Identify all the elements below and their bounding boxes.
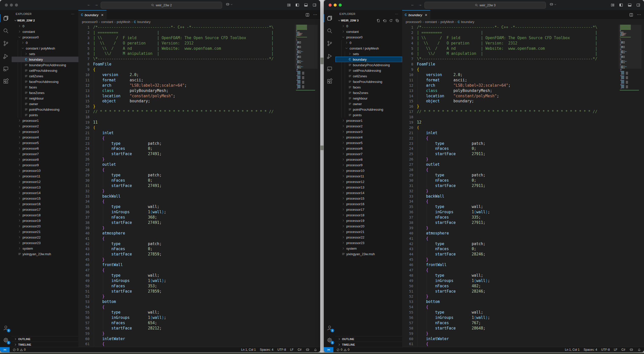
tree-item-processor14[interactable]: processor14	[12, 190, 78, 196]
toggle-primary-sidebar-button[interactable]	[619, 3, 623, 7]
nav-forward-button[interactable]: →	[94, 2, 98, 7]
tree-item-system[interactable]: system	[12, 246, 78, 251]
indentation-setting[interactable]: Spaces: 4	[584, 348, 597, 351]
tree-item-boundary[interactable]: Cboundary	[12, 57, 78, 62]
tree-item-processor20[interactable]: processor20	[335, 223, 402, 229]
workspace-root-row[interactable]: WEIR_23W 3	[335, 18, 402, 23]
tab-boundary[interactable]: Cboundary✕	[78, 10, 106, 19]
minimap[interactable]	[296, 25, 317, 90]
notifications-bell-icon[interactable]	[637, 348, 641, 351]
command-center-search[interactable]: weir_23w 2	[101, 2, 222, 9]
copilot-menu-button[interactable]	[549, 2, 557, 6]
activity-item-account[interactable]: 1	[0, 323, 12, 333]
tree-item-pointprocaddressing[interactable]: pointProcAddressing	[335, 107, 402, 112]
workspace-root-row[interactable]: WEIR_23W 2	[12, 18, 78, 23]
activity-item-extensions[interactable]	[324, 76, 335, 86]
tree-item-boundary[interactable]: Cboundary	[335, 57, 402, 62]
copilot-menu-button[interactable]	[226, 2, 233, 6]
breadcrumb-item[interactable]: polyMesh	[440, 20, 454, 24]
breadcrumb-item[interactable]: boundary	[461, 20, 474, 24]
tree-item-owner[interactable]: owner	[335, 101, 402, 107]
activity-item-extensions[interactable]	[0, 76, 12, 86]
activity-item-remote-explorer[interactable]	[324, 64, 335, 74]
activity-item-run-debug[interactable]	[0, 51, 12, 61]
outline-section-header[interactable]: OUTLINE	[335, 336, 402, 342]
close-button[interactable]	[329, 4, 332, 7]
eol-setting[interactable]: LF	[614, 348, 617, 351]
tree-item-constant[interactable]: constant	[335, 29, 402, 34]
copilot-status-icon[interactable]	[306, 348, 310, 352]
tree-item-processor6[interactable]: processor6	[335, 146, 402, 151]
editor-more-actions-button[interactable]: ···	[637, 12, 641, 17]
file-encoding[interactable]: UTF-8	[601, 348, 610, 351]
breadcrumb-item[interactable]: constant	[425, 20, 437, 24]
tree-item-processor7[interactable]: processor7	[12, 151, 78, 157]
tree-item-processor5[interactable]: processor5	[12, 140, 78, 146]
minimap[interactable]	[620, 25, 640, 90]
toggle-primary-sidebar-button[interactable]	[295, 3, 299, 7]
tree-item-processor4[interactable]: processor4	[12, 134, 78, 140]
toggle-panel-button[interactable]	[628, 3, 632, 7]
tree-item-processor23[interactable]: processor23	[12, 240, 78, 246]
activity-item-source-control[interactable]	[324, 38, 335, 49]
tree-item-processor22[interactable]: processor22	[12, 234, 78, 240]
toggle-panel-button[interactable]	[304, 3, 308, 7]
tree-item-processor19[interactable]: processor19	[335, 218, 402, 223]
tree-item-processor17[interactable]: processor17	[335, 207, 402, 212]
tree-item-processor11[interactable]: processor11	[335, 173, 402, 179]
tree-item-boundaryprocaddressing[interactable]: boundaryProcAddressing	[12, 62, 78, 68]
tree-item-processor19[interactable]: processor19	[12, 218, 78, 223]
collapse-folders-button[interactable]	[395, 19, 399, 22]
file-encoding[interactable]: UTF-8	[277, 348, 286, 351]
toggle-secondary-sidebar-button[interactable]	[636, 3, 640, 7]
zoom-button[interactable]	[15, 4, 18, 7]
tree-item-processor22[interactable]: processor22	[335, 234, 402, 240]
explorer-more-actions-button[interactable]: ···	[71, 12, 74, 15]
tree-item-0[interactable]: 0	[335, 40, 402, 45]
tab-boundary[interactable]: Cboundary✕	[402, 10, 430, 19]
tree-item-system[interactable]: system	[335, 246, 402, 251]
editor-more-actions-button[interactable]: ···	[313, 12, 317, 17]
tree-item-processor2[interactable]: processor2	[335, 123, 402, 129]
cursor-position[interactable]: Ln 1, Col 1	[565, 348, 579, 351]
activity-item-explorer[interactable]	[0, 13, 12, 23]
tree-item-processor7[interactable]: processor7	[335, 151, 402, 157]
tree-item-0[interactable]: 0	[12, 23, 78, 29]
activity-item-account[interactable]: 1	[324, 323, 335, 333]
tree-item-processor1[interactable]: processor1	[335, 118, 402, 123]
tree-item-processor3[interactable]: processor3	[335, 129, 402, 134]
timeline-section-header[interactable]: TIMELINE	[335, 342, 402, 347]
eol-setting[interactable]: LF	[290, 348, 294, 351]
tree-item-processor17[interactable]: processor17	[12, 207, 78, 212]
new-file-button[interactable]	[376, 19, 380, 22]
tree-item-processor15[interactable]: processor15	[12, 196, 78, 201]
tree-item-sets[interactable]: sets	[12, 51, 78, 57]
command-center-search[interactable]: weir_23w 3	[424, 2, 546, 9]
tree-item-faces[interactable]: faces	[335, 84, 402, 90]
customize-layout-button[interactable]	[287, 3, 291, 7]
timeline-section-header[interactable]: TIMELINE	[12, 342, 78, 347]
tree-item-0[interactable]: 0	[12, 40, 78, 45]
tab-close-button[interactable]: ✕	[425, 13, 427, 17]
language-mode[interactable]: C#	[621, 348, 625, 351]
tree-item-faces[interactable]: faces	[12, 84, 78, 90]
split-editor-button[interactable]	[629, 13, 633, 17]
tree-item-processor6[interactable]: processor6	[12, 146, 78, 151]
activity-item-search[interactable]	[324, 26, 335, 36]
tree-item-cellprocaddressing[interactable]: cellProcAddressing	[12, 68, 78, 73]
tree-item-processor15[interactable]: processor15	[335, 196, 402, 201]
language-mode[interactable]: C#	[298, 348, 302, 351]
nav-back-button[interactable]: ←	[87, 2, 91, 7]
tree-item-processor23[interactable]: processor23	[335, 240, 402, 246]
tree-item-processor3[interactable]: processor3	[12, 129, 78, 134]
outline-section-header[interactable]: OUTLINE	[12, 336, 78, 342]
tree-item-points[interactable]: points	[12, 112, 78, 118]
tree-item-processor18[interactable]: processor18	[335, 212, 402, 218]
tree-item-processor12[interactable]: processor12	[335, 179, 402, 184]
tree-item-processor16[interactable]: processor16	[12, 201, 78, 207]
tree-item-yixingyan-23w-msh[interactable]: yixingyan_23w.msh	[12, 251, 78, 257]
tree-item-facezones[interactable]: faceZones	[12, 90, 78, 96]
tree-item-processor10[interactable]: processor10	[335, 168, 402, 173]
activity-item-remote-explorer[interactable]	[0, 64, 12, 74]
tree-item-cellzones[interactable]: cellZones	[335, 73, 402, 79]
